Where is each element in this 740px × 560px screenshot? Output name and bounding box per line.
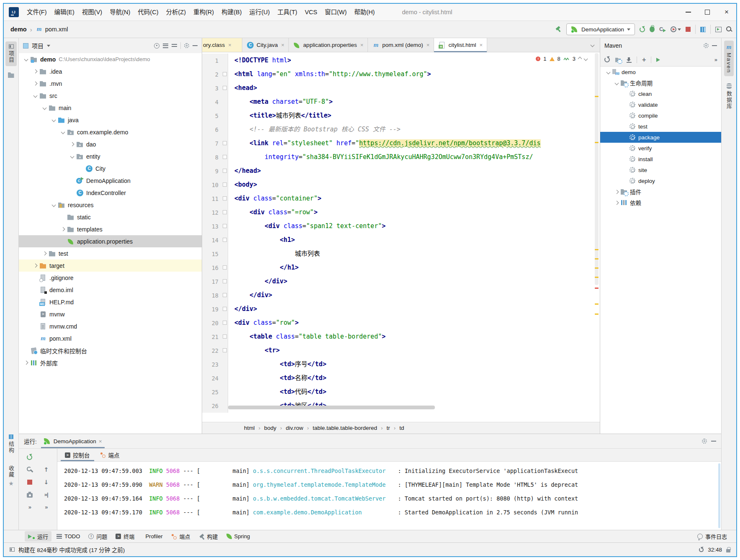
breadcrumb-file[interactable]: pom.xml — [45, 26, 68, 33]
project-tree-row-src[interactable]: src — [19, 90, 202, 102]
next-problem-button[interactable] — [584, 57, 588, 61]
build-hammer-icon[interactable] — [555, 26, 562, 33]
code-line-3[interactable]: 3<head> — [202, 81, 600, 95]
menu-item-11[interactable]: 窗口(W) — [321, 4, 350, 21]
project-tree-row-HELP.md[interactable]: HELP.md — [19, 296, 202, 308]
fold-marker[interactable] — [222, 164, 228, 178]
favorites-folder-icon[interactable] — [8, 71, 15, 79]
maven-tree-row-demo[interactable]: demo — [600, 67, 721, 77]
project-tree-row-dao[interactable]: dao — [19, 138, 202, 150]
stripe-mark-warn[interactable] — [595, 267, 599, 269]
project-tree-row-DemoApplication[interactable]: DemoApplication — [19, 175, 202, 187]
breadcrumb-td[interactable]: td — [399, 425, 404, 431]
fold-marker[interactable] — [222, 288, 228, 302]
code-line-23[interactable]: 23 <td>序号</td> — [202, 357, 600, 371]
maven-tree-row-clean[interactable]: clean — [600, 88, 721, 99]
code-line-22[interactable]: 22 <tr> — [202, 344, 600, 357]
maven-tree-row-test[interactable]: test — [600, 121, 721, 132]
fold-marker[interactable] — [222, 330, 228, 344]
tool-window-button-终端[interactable]: >终端 — [112, 531, 138, 542]
editor-tab-pom.xml (demo)[interactable]: pom.xml (demo)× — [368, 38, 434, 52]
code-line-14[interactable]: 14 <h1> — [202, 233, 600, 247]
collapse-all-button[interactable] — [172, 44, 177, 47]
scroll-down-button[interactable]: ↓ — [44, 479, 49, 486]
code-line-12[interactable]: 12 <div class="=row"> — [202, 206, 600, 219]
stripe-mark-warn[interactable] — [595, 142, 599, 143]
project-tree-row-.idea[interactable]: .idea — [19, 65, 202, 77]
maven-tree-row-install[interactable]: install — [600, 154, 721, 164]
project-tree-row-resources[interactable]: resources — [19, 199, 202, 211]
code-line-4[interactable]: 4 <meta charset="UTF-8"> — [202, 95, 600, 109]
maven-tree-row-site[interactable]: site — [600, 164, 721, 175]
project-tree-row-demo.iml[interactable]: demo.iml — [19, 284, 202, 296]
more-actions-button[interactable]: » — [714, 57, 717, 63]
stripe-mark-warn[interactable] — [595, 303, 599, 305]
hide-panel-button[interactable] — [712, 45, 717, 46]
fold-marker[interactable] — [222, 192, 228, 206]
lock-icon[interactable] — [726, 549, 730, 552]
breadcrumb-tr[interactable]: tr — [386, 425, 390, 431]
menu-item-9[interactable]: 工具(T) — [274, 4, 301, 21]
code-editor[interactable]: 1<!DOCTYPE html>2<html lang="en" xmlns:t… — [202, 52, 600, 422]
search-everywhere-button[interactable] — [726, 26, 732, 32]
debug-button[interactable] — [650, 26, 655, 32]
close-button[interactable]: × — [717, 4, 736, 21]
code-line-9[interactable]: 9</head> — [202, 164, 600, 178]
stripe-mark-err[interactable] — [595, 288, 599, 289]
run-with-coverage-button[interactable]: C — [659, 26, 666, 33]
scroll-up-button[interactable]: ↑ — [44, 466, 49, 473]
maximize-button[interactable] — [698, 4, 717, 21]
tool-window-button-TODO[interactable]: TODO — [53, 532, 83, 541]
fold-marker[interactable] — [222, 233, 228, 247]
tool-window-button-Spring[interactable]: Spring — [223, 532, 254, 541]
generate-sources-button[interactable] — [615, 57, 622, 63]
project-tree-row-City[interactable]: City — [19, 162, 202, 175]
code-line-15[interactable]: 15 城市列表 — [202, 247, 600, 261]
locate-file-button[interactable] — [154, 43, 159, 49]
tool-window-button-运行[interactable]: 运行 — [25, 531, 51, 542]
project-tree-row-target[interactable]: target — [19, 259, 202, 272]
project-tree-row-mvnw.cmd[interactable]: mvnw.cmd — [19, 320, 202, 332]
breadcrumb-html[interactable]: html — [244, 425, 255, 431]
code-line-6[interactable]: 6 <!-- 最新版本的 Bootstrap 核心 CSS 文件 --> — [202, 123, 600, 136]
minimize-button[interactable] — [678, 4, 698, 21]
stop-process-button[interactable] — [27, 480, 32, 485]
reload-maven-button[interactable] — [604, 57, 610, 62]
tool-window-button-project[interactable]: 项目 — [5, 41, 17, 66]
fold-marker[interactable] — [222, 67, 228, 81]
editor-tab-ory.class[interactable]: ory.class× — [202, 38, 242, 52]
project-tree-row-.gitignore[interactable]: .gitignore — [19, 272, 202, 284]
close-icon[interactable]: × — [427, 42, 430, 48]
code-line-20[interactable]: 20<div class="row"> — [202, 316, 600, 330]
menu-item-5[interactable]: 分析(Z) — [162, 4, 190, 21]
breadcrumb-body[interactable]: body — [264, 425, 276, 431]
code-line-10[interactable]: 10<body> — [202, 178, 600, 192]
maven-tree-row-插件[interactable]: 插件 — [600, 186, 721, 197]
close-icon[interactable]: × — [281, 42, 285, 48]
project-tree-row-临时文件和控制台[interactable]: 临时文件和控制台 — [19, 344, 202, 357]
project-tree-row-mvnw[interactable]: mvnw — [19, 308, 202, 320]
tab-list-button[interactable] — [585, 38, 600, 52]
tool-window-button-maven[interactable]: m Maven — [724, 41, 734, 76]
rerun-application-button[interactable] — [27, 455, 32, 460]
chevron-down-icon[interactable] — [47, 45, 50, 47]
background-tasks-icon[interactable] — [699, 547, 704, 552]
fold-marker[interactable] — [222, 219, 228, 233]
menu-item-10[interactable]: VCS — [301, 4, 321, 21]
tool-window-button-端点[interactable]: 端点 — [168, 531, 194, 542]
project-tree-row-外部库[interactable]: 外部库 — [19, 357, 202, 369]
memory-indicator[interactable]: 32:48 — [708, 547, 722, 553]
close-icon[interactable]: × — [479, 42, 483, 48]
editor-tab-City.java[interactable]: City.java× — [242, 38, 289, 52]
menu-item-2[interactable]: 视图(V) — [78, 4, 106, 21]
tool-window-button-favorites[interactable]: 收藏 ★ — [5, 462, 17, 490]
project-tree-row-IndexController[interactable]: IndexController — [19, 187, 202, 199]
stripe-mark-warn[interactable] — [595, 249, 599, 250]
tool-window-button-structure[interactable]: 结构 — [5, 432, 17, 457]
tool-window-button-database[interactable]: 数据库 — [723, 80, 735, 113]
rerun-button[interactable] — [640, 27, 645, 32]
hide-panel-button[interactable] — [711, 441, 716, 442]
fold-marker[interactable] — [222, 81, 228, 95]
hide-panel-button[interactable] — [193, 45, 198, 46]
stripe-mark-warn[interactable] — [595, 258, 599, 259]
